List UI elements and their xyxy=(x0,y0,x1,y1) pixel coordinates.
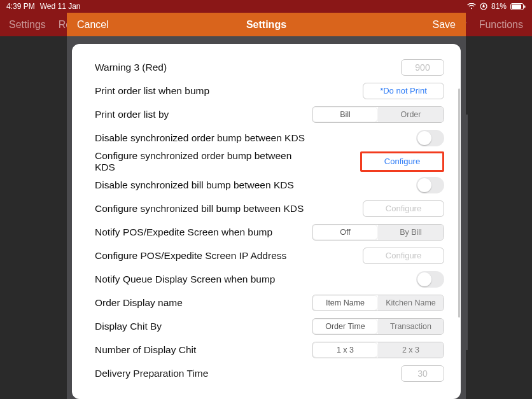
seg-option[interactable]: Item Name xyxy=(312,295,378,311)
battery-percent: 81% xyxy=(491,2,507,11)
notify-pos-segment[interactable]: Off By Bill xyxy=(312,224,444,241)
row-label-config-sync-order: Configure synchronized order bump betwee… xyxy=(95,150,311,173)
seg-option[interactable]: Off xyxy=(312,225,378,240)
seg-option[interactable]: 1 x 3 xyxy=(312,342,378,358)
configure-sync-bill-button[interactable]: Configure xyxy=(363,200,444,217)
settings-sheet: Warning 3 (Red) Print order list when bu… xyxy=(72,44,461,399)
scroll-indicator xyxy=(458,88,460,318)
status-date: Wed 11 Jan xyxy=(40,2,81,11)
row-label-print-bump: Print order list when bump xyxy=(95,85,209,97)
row-label-warning3: Warning 3 (Red) xyxy=(95,62,167,73)
seg-option[interactable]: 2 x 3 xyxy=(378,342,444,358)
modal-right-edge xyxy=(466,115,468,350)
row-label-delivery-prep: Delivery Preparation Time xyxy=(95,368,208,379)
order-display-name-segment[interactable]: Item Name Kitchen Name xyxy=(312,295,444,311)
num-display-chit-segment[interactable]: 1 x 3 2 x 3 xyxy=(312,342,444,358)
seg-option[interactable]: Kitchen Name xyxy=(378,295,444,311)
orientation-lock-icon xyxy=(480,3,487,10)
print-by-segment[interactable]: Bill Order xyxy=(312,106,444,123)
save-button[interactable]: Save xyxy=(433,19,456,31)
cancel-button[interactable]: Cancel xyxy=(77,19,109,31)
notify-queue-toggle[interactable] xyxy=(416,271,444,288)
modal-title: Settings xyxy=(67,19,466,31)
seg-option[interactable]: By Bill xyxy=(378,225,444,240)
seg-option[interactable]: Order Time xyxy=(312,319,378,334)
row-label-print-by: Print order list by xyxy=(95,109,169,120)
svg-rect-3 xyxy=(524,5,526,8)
configure-sync-order-button[interactable]: Configure xyxy=(360,151,444,172)
row-label-num-display-chit: Number of Display Chit xyxy=(95,344,196,356)
wifi-icon xyxy=(467,3,476,10)
warning3-input[interactable] xyxy=(401,59,444,76)
status-bar: 4:39 PM Wed 11 Jan 81% xyxy=(0,0,532,13)
seg-option[interactable]: Order xyxy=(378,107,444,122)
seg-option[interactable]: Bill xyxy=(312,107,378,122)
display-chit-by-segment[interactable]: Order Time Transaction xyxy=(312,318,444,335)
disable-sync-order-toggle[interactable] xyxy=(416,130,444,146)
svg-rect-2 xyxy=(512,4,521,9)
row-label-notify-pos: Notify POS/Expedite Screen when bump xyxy=(95,227,272,238)
row-label-config-pos-ip: Configure POS/Expedite Screen IP Address xyxy=(95,250,286,262)
delivery-prep-input[interactable] xyxy=(401,365,444,382)
configure-pos-ip-button[interactable]: Configure xyxy=(363,248,444,264)
row-label-notify-queue: Notify Queue Display Screen when bump xyxy=(95,274,275,285)
modal-header: Cancel Settings Save xyxy=(67,13,466,36)
row-label-config-sync-bill: Configure synchronized bill bump between… xyxy=(95,203,304,214)
nav-item[interactable]: Functions xyxy=(479,19,523,31)
row-label-order-display-name: Order Display name xyxy=(95,297,183,309)
row-label-disable-sync-order: Disable synchronized order bump between … xyxy=(95,132,305,144)
disable-sync-bill-toggle[interactable] xyxy=(416,177,444,193)
settings-modal: Cancel Settings Save Warning 3 (Red) Pri… xyxy=(67,13,466,399)
row-label-display-chit-by: Display Chit By xyxy=(95,321,162,332)
battery-icon xyxy=(510,3,526,10)
row-label-disable-sync-bill: Disable synchronized bill bump between K… xyxy=(95,179,294,191)
print-bump-button[interactable]: *Do not Print xyxy=(363,83,444,99)
nav-item[interactable]: Settings xyxy=(9,19,46,31)
seg-option[interactable]: Transaction xyxy=(378,319,444,334)
status-time: 4:39 PM xyxy=(6,2,35,11)
